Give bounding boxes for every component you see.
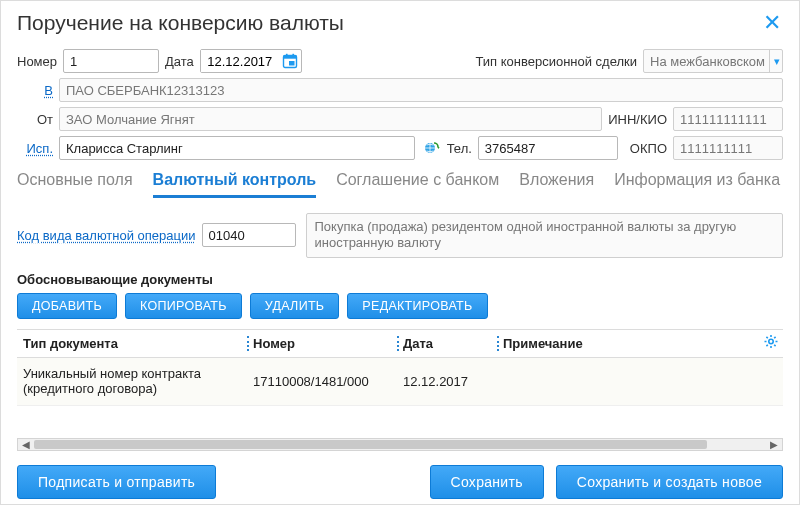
deal-type-select[interactable]: На межбанковском ▾ <box>643 49 783 73</box>
tab-bank-info[interactable]: Информация из банка <box>614 171 780 198</box>
col-doc-type[interactable]: Тип документа <box>17 334 247 353</box>
copy-button[interactable]: КОПИРОВАТЬ <box>125 293 242 319</box>
refresh-contact-icon[interactable] <box>421 138 441 158</box>
tel-label: Тел. <box>447 141 472 156</box>
gear-icon[interactable] <box>763 334 779 353</box>
okpo-label: ОКПО <box>630 141 667 156</box>
date-label: Дата <box>165 54 194 69</box>
cell-note <box>497 379 783 383</box>
tel-input[interactable] <box>478 136 618 160</box>
dialog-title: Поручение на конверсию валюты <box>17 11 344 35</box>
add-button[interactable]: ДОБАВИТЬ <box>17 293 117 319</box>
header-row: Номер Дата Тип конверсионной сделки На м… <box>17 49 783 73</box>
from-input[interactable] <box>59 107 602 131</box>
op-code-row: Код вида валютной операции Покупка (прод… <box>17 213 783 258</box>
currency-conversion-order-dialog: Поручение на конверсию валюты ✕ Номер Да… <box>0 0 800 505</box>
to-input[interactable] <box>59 78 783 102</box>
op-code-description: Покупка (продажа) резидентом одной иност… <box>306 213 783 258</box>
date-input[interactable] <box>201 50 279 72</box>
svg-rect-3 <box>292 54 294 57</box>
executor-row: Исп. Тел. ОКПО <box>17 136 783 160</box>
op-code-label[interactable]: Код вида валютной операции <box>17 228 196 243</box>
tab-main[interactable]: Основные поля <box>17 171 133 198</box>
cell-number: 17110008/1481/000 <box>247 372 397 391</box>
tab-attachments[interactable]: Вложения <box>519 171 594 198</box>
deal-type-label: Тип конверсионной сделки <box>475 54 637 69</box>
save-button[interactable]: Сохранить <box>430 465 544 499</box>
scroll-track[interactable] <box>34 439 766 450</box>
calendar-icon[interactable] <box>279 50 301 72</box>
supporting-docs-toolbar: ДОБАВИТЬ КОПИРОВАТЬ УДАЛИТЬ РЕДАКТИРОВАТ… <box>17 293 783 319</box>
col-date[interactable]: Дата <box>397 334 497 353</box>
edit-button[interactable]: РЕДАКТИРОВАТЬ <box>347 293 487 319</box>
okpo-input[interactable] <box>673 136 783 160</box>
to-label[interactable]: В <box>17 83 53 98</box>
date-field <box>200 49 302 73</box>
tab-currency-control[interactable]: Валютный контроль <box>153 171 317 198</box>
col-number[interactable]: Номер <box>247 334 397 353</box>
tab-bank-agreement[interactable]: Соглашение с банком <box>336 171 499 198</box>
close-icon[interactable]: ✕ <box>761 12 783 34</box>
number-input[interactable] <box>63 49 159 73</box>
chevron-down-icon: ▾ <box>769 50 780 72</box>
from-label: От <box>17 112 53 127</box>
save-and-new-button[interactable]: Сохранить и создать новое <box>556 465 783 499</box>
scroll-right-icon[interactable]: ▶ <box>766 439 782 450</box>
executor-input[interactable] <box>59 136 415 160</box>
sign-and-send-button[interactable]: Подписать и отправить <box>17 465 216 499</box>
horizontal-scrollbar[interactable]: ◀ ▶ <box>17 438 783 451</box>
inn-input[interactable] <box>673 107 783 131</box>
inn-label: ИНН/КИО <box>608 112 667 127</box>
docs-table-header: Тип документа Номер Дата Примечание <box>17 329 783 358</box>
scroll-thumb[interactable] <box>34 440 707 449</box>
svg-point-7 <box>769 339 773 343</box>
tab-bar: Основные поля Валютный контроль Соглашен… <box>17 171 783 199</box>
dialog-footer: Подписать и отправить Сохранить Сохранит… <box>17 465 783 499</box>
scroll-left-icon[interactable]: ◀ <box>18 439 34 450</box>
to-row: В <box>17 78 783 102</box>
delete-button[interactable]: УДАЛИТЬ <box>250 293 340 319</box>
svg-rect-1 <box>283 56 296 59</box>
svg-marker-6 <box>437 147 439 149</box>
svg-rect-2 <box>286 54 288 57</box>
svg-rect-4 <box>289 61 295 66</box>
col-note[interactable]: Примечание <box>497 334 783 353</box>
number-label: Номер <box>17 54 57 69</box>
supporting-docs-title: Обосновывающие документы <box>17 272 783 287</box>
cell-doc-type: Уникальный номер контракта (кредитного д… <box>17 364 247 399</box>
op-code-input[interactable] <box>202 223 296 247</box>
from-row: От ИНН/КИО <box>17 107 783 131</box>
deal-type-value: На межбанковском <box>650 54 765 69</box>
dialog-header: Поручение на конверсию валюты ✕ <box>17 11 783 35</box>
executor-label[interactable]: Исп. <box>17 141 53 156</box>
cell-date: 12.12.2017 <box>397 372 497 391</box>
table-row[interactable]: Уникальный номер контракта (кредитного д… <box>17 358 783 406</box>
deal-type-group: Тип конверсионной сделки На межбанковско… <box>475 49 783 73</box>
